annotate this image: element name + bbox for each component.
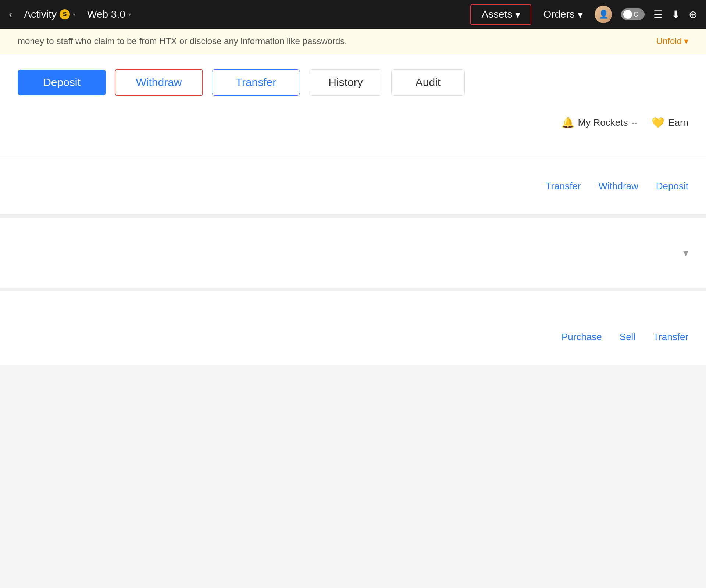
download-icon-button[interactable]: ⬇ [671,8,680,21]
section1-actions: Transfer Withdraw Deposit [18,173,688,199]
audit-button[interactable]: Audit [391,69,465,96]
earn-icon: 💛 [652,117,664,129]
section-card-3: Purchase Sell Transfer [0,291,706,365]
toggle-label: O [634,11,639,18]
banner-text: money to staff who claim to be from HTX … [18,36,347,46]
activity-arrow: ▾ [73,11,75,17]
transfer-button[interactable]: Transfer [212,69,300,96]
section-card-1: Transfer Withdraw Deposit [0,158,706,218]
assets-nav-button[interactable]: Assets ▾ [470,4,531,25]
web3-nav-item[interactable]: Web 3.0 ▾ [87,8,131,20]
assets-label: Assets [481,8,512,20]
activity-badge: S [60,9,70,19]
nav-back-arrow[interactable]: ‹ [9,8,12,20]
section1-withdraw-link[interactable]: Withdraw [598,181,638,192]
section3-purchase-link[interactable]: Purchase [561,331,602,343]
activity-nav-item[interactable]: Activity S ▾ [24,8,75,20]
history-button[interactable]: History [309,69,382,96]
web3-arrow: ▾ [128,11,131,17]
security-banner: money to staff who claim to be from HTX … [0,29,706,54]
section1-transfer-link[interactable]: Transfer [546,181,581,192]
down-arrow-area: ▾ [18,232,688,273]
avatar-image: 👤 [595,6,612,23]
section3-sell-link[interactable]: Sell [620,331,635,343]
globe-icon-button[interactable]: ⊕ [689,8,697,21]
theme-toggle[interactable]: O [621,8,645,20]
top-nav: ‹ Activity S ▾ Web 3.0 ▾ Assets ▾ Orders… [0,0,706,29]
withdraw-button[interactable]: Withdraw [115,69,203,96]
my-rockets-item[interactable]: 🔔 My Rockets -- [561,117,637,129]
section3-transfer-link[interactable]: Transfer [653,331,688,343]
deposit-button[interactable]: Deposit [18,70,106,95]
unfold-label: Unfold [656,36,682,46]
toggle-circle [623,10,632,19]
action-buttons-row: Deposit Withdraw Transfer History Audit [18,69,688,96]
rockets-value: -- [631,118,637,128]
section-card-2: ▾ [0,218,706,291]
section1-deposit-link[interactable]: Deposit [656,181,688,192]
activity-label: Activity [24,8,57,20]
list-icon-button[interactable]: ☰ [653,8,663,21]
banner-unfold-button[interactable]: Unfold ▾ [656,36,688,46]
main-content: Deposit Withdraw Transfer History Audit … [0,54,706,158]
nav-icons: 👤 O ☰ ⬇ ⊕ [595,6,697,23]
orders-label: Orders [543,8,575,20]
orders-arrow: ▾ [578,8,583,21]
unfold-arrow: ▾ [684,36,688,46]
rockets-label: My Rockets [578,117,628,128]
orders-nav-button[interactable]: Orders ▾ [543,8,583,21]
earn-item[interactable]: 💛 Earn [652,117,688,129]
rockets-earn-row: 🔔 My Rockets -- 💛 Earn [18,111,688,135]
section3-actions: Purchase Sell Transfer [18,324,688,350]
assets-arrow: ▾ [515,8,520,21]
web3-label: Web 3.0 [87,8,125,20]
rockets-icon: 🔔 [561,117,574,129]
earn-label: Earn [668,117,688,128]
avatar[interactable]: 👤 [595,6,612,23]
down-arrow-icon[interactable]: ▾ [683,247,688,259]
